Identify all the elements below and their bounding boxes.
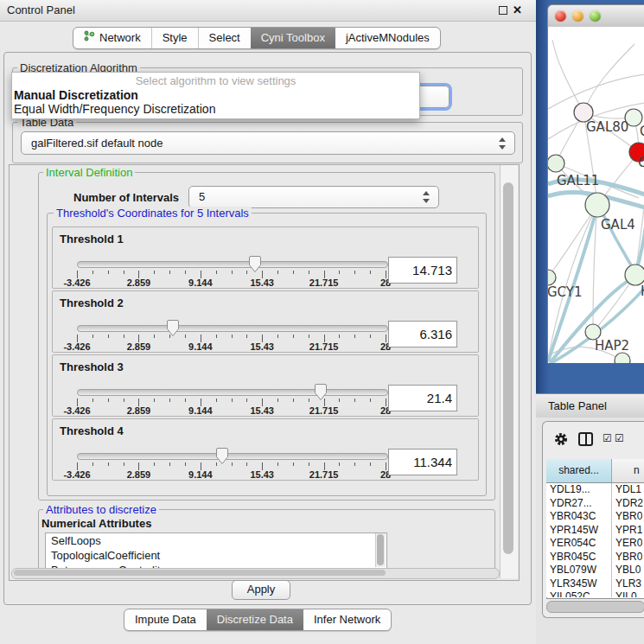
network-node-gal11[interactable] (548, 155, 564, 172)
cell-name: YPR1 (612, 524, 642, 538)
vertical-scrollbar[interactable] (500, 165, 518, 578)
slider-tick (108, 335, 109, 338)
tab-select[interactable]: Select (198, 28, 251, 48)
control-panel-tabbar: Network Style Select Cyni Toolbox jActiv… (73, 27, 441, 49)
zoom-button[interactable] (590, 10, 601, 22)
slider-track[interactable] (77, 389, 388, 396)
slider-tick (309, 462, 309, 466)
column-header-name[interactable]: n (612, 459, 644, 483)
close-button[interactable] (555, 10, 566, 22)
threshold-label: Threshold 4 (60, 424, 124, 437)
table-row[interactable]: YDL19...YDL1 (546, 483, 644, 497)
table-row[interactable]: YBR045CYBR0 (546, 551, 644, 564)
table-row[interactable]: YBR043CYBR0 (546, 510, 644, 524)
slider-tick (169, 399, 170, 402)
slider-tick-label: 2.859 (127, 341, 151, 352)
slider-thumb[interactable] (314, 383, 328, 401)
slider-tick (92, 271, 93, 274)
checkbox-icon[interactable]: ☑ (603, 432, 612, 444)
table-row[interactable]: YDR27...YDR2 (546, 497, 644, 511)
slider-tick (185, 335, 186, 338)
threshold-value-input[interactable] (388, 321, 457, 348)
cell-shared-name: YDR27... (546, 497, 612, 511)
tab-infer-network[interactable]: Infer Network (303, 609, 391, 630)
network-window-titlebar[interactable] (547, 4, 644, 29)
table-horizontal-scrollbar[interactable] (546, 601, 644, 613)
float-window-icon[interactable] (499, 6, 507, 15)
horizontal-scrollbar[interactable] (11, 568, 500, 579)
slider-track[interactable] (77, 325, 388, 332)
network-icon (84, 28, 95, 48)
columns-icon[interactable] (578, 432, 593, 446)
tab-style[interactable]: Style (151, 28, 198, 48)
checkbox-icon[interactable]: ☑ (615, 432, 624, 444)
slider-tick (216, 271, 217, 274)
slider-tick-label: 9.144 (188, 341, 213, 352)
slider-thumb[interactable] (215, 447, 229, 465)
table-row[interactable]: YER054CYER0 (546, 537, 644, 551)
network-node-h[interactable] (625, 265, 644, 285)
threshold-panel: Threshold 2-3.4262.8599.14415.4321.71528 (52, 290, 479, 353)
threshold-value-input[interactable] (388, 385, 457, 411)
table-row[interactable]: YLR345WYLR3 (546, 577, 644, 591)
number-of-intervals-combobox[interactable]: 5 (188, 186, 439, 208)
table-row[interactable]: YBL079WYBL0 (546, 564, 644, 577)
slider-thumb[interactable] (248, 255, 262, 273)
slider-tick-label: 21.715 (309, 341, 339, 352)
tab-impute-data[interactable]: Impute Data (124, 609, 207, 630)
column-header-shared-name[interactable]: shared... (546, 459, 612, 483)
cell-name: YDR2 (612, 497, 643, 511)
threshold-value-input[interactable] (388, 449, 457, 475)
slider-track[interactable] (77, 261, 388, 268)
network-canvas[interactable]: GAL80GCGAL11GAL4GCY1HHAP2 (547, 27, 644, 363)
attribute-item[interactable]: SelfLoops (46, 533, 386, 548)
network-edge[interactable] (583, 44, 634, 112)
slider-tick (293, 462, 294, 466)
network-edge-thick[interactable] (599, 206, 635, 273)
network-edge[interactable] (548, 205, 597, 277)
network-node[interactable] (615, 353, 630, 363)
node-label: HAP2 (595, 338, 629, 354)
slider-tick (246, 335, 247, 338)
interval-definition-title: Interval Definition (43, 166, 135, 179)
threshold-value-input[interactable] (388, 257, 457, 284)
algorithm-option[interactable]: Equal Width/Frequency Discretization (12, 102, 419, 116)
tab-cyni-toolbox[interactable]: Cyni Toolbox (251, 28, 335, 48)
tab-network[interactable]: Network (73, 28, 151, 48)
slider-tick-label: -3.426 (63, 469, 90, 480)
network-edge[interactable] (552, 40, 583, 112)
slider-tick-label: 15.43 (250, 405, 274, 416)
network-node-gcy1[interactable] (548, 270, 556, 285)
attributes-list-scrollbar[interactable] (375, 533, 386, 567)
slider-tick-label: 21.715 (309, 405, 339, 416)
node-label: GCY1 (548, 284, 583, 300)
network-edge[interactable] (548, 74, 644, 109)
slider-tick (339, 399, 340, 402)
slider-tick (185, 399, 186, 402)
threshold-panel: Threshold 1-3.4262.8599.14415.4321.71528 (52, 226, 479, 289)
close-icon[interactable]: ✕ (513, 3, 522, 16)
table-row[interactable]: YIL052CYIL0 (546, 590, 644, 597)
slider-thumb[interactable] (166, 319, 180, 337)
table-data-combobox[interactable]: galFiltered.sif default node (21, 131, 515, 155)
attributes-group-title: Attributes to discretize (43, 503, 159, 516)
minimize-button[interactable] (572, 10, 583, 22)
attribute-item[interactable]: TopologicalCoefficient (46, 548, 386, 563)
cell-name: YIL0 (612, 590, 637, 597)
slider-tick (124, 462, 124, 466)
network-node-gal4[interactable] (585, 193, 609, 217)
slider-tick-label: 15.43 (250, 341, 274, 352)
tab-discretize-data[interactable]: Discretize Data (207, 609, 303, 630)
slider-tick (370, 462, 371, 466)
gear-icon[interactable] (553, 431, 569, 447)
algorithm-option[interactable]: Manual Discretization (12, 88, 419, 102)
apply-button[interactable]: Apply (232, 580, 290, 600)
combo-arrows-icon (499, 137, 507, 150)
slider-track[interactable] (77, 453, 388, 460)
cell-name: YBR0 (612, 510, 642, 524)
slider-tick (339, 335, 340, 338)
network-graph[interactable]: GAL80GCGAL11GAL4GCY1HHAP2 (548, 27, 644, 363)
numerical-attributes-list[interactable]: SelfLoopsTopologicalCoefficientBetweenne… (45, 532, 387, 570)
table-row[interactable]: YPR145WYPR1 (546, 524, 644, 538)
tab-jactivemnodules[interactable]: jActiveMNodules (335, 28, 440, 48)
